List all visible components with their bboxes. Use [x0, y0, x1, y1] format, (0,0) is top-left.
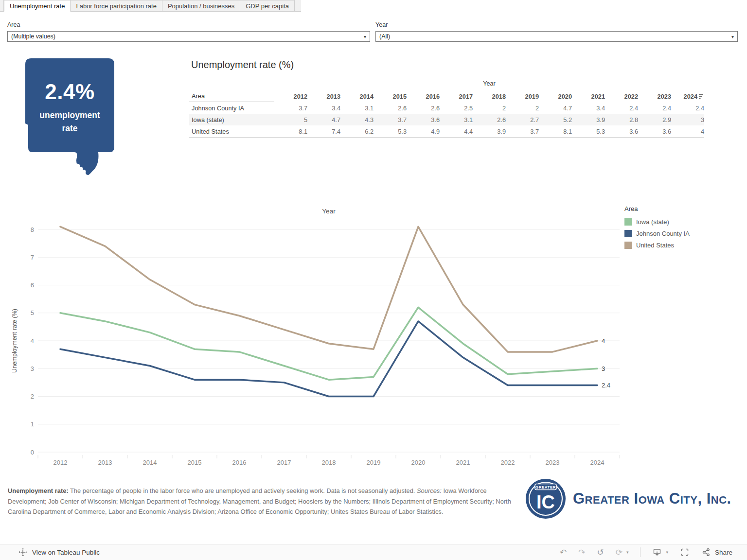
- rate-cell[interactable]: 4.7: [307, 116, 340, 123]
- table-header-year-2017[interactable]: 2017: [440, 93, 473, 100]
- table-header-year-2022[interactable]: 2022: [605, 93, 638, 100]
- table-header-year-2016[interactable]: 2016: [407, 93, 440, 100]
- rate-cell[interactable]: 2.6: [374, 105, 407, 112]
- row-area-label[interactable]: United States: [189, 125, 274, 137]
- x-tick-label: 2023: [546, 459, 560, 466]
- rate-cell[interactable]: 7.4: [307, 128, 340, 135]
- y-axis-title: Unemployment rate (%): [11, 309, 18, 373]
- rate-cell[interactable]: 3.1: [340, 105, 374, 112]
- redo-button[interactable]: ↷: [578, 548, 585, 557]
- rate-cell[interactable]: 3: [671, 116, 704, 123]
- rate-cell[interactable]: 2: [506, 105, 539, 112]
- chevron-down-icon: ▾: [731, 34, 734, 39]
- rate-cell[interactable]: 2.9: [638, 116, 671, 123]
- legend-item-united-states[interactable]: United States: [624, 239, 690, 251]
- refresh-button[interactable]: ⟳: [616, 548, 622, 557]
- tab-unemployment-rate[interactable]: Unemployment rate: [4, 0, 71, 12]
- rate-cell[interactable]: 2.4: [605, 105, 638, 112]
- rate-cell[interactable]: 4.3: [340, 116, 374, 123]
- series-line-johnson-county-ia[interactable]: [60, 321, 597, 397]
- rate-cell[interactable]: 4: [671, 128, 704, 135]
- rate-cell[interactable]: 3.1: [440, 116, 473, 123]
- sort-descending-icon[interactable]: [699, 94, 704, 99]
- table-header-year-2014[interactable]: 2014: [340, 93, 374, 100]
- tab-population-businesses[interactable]: Population / businesses: [162, 0, 240, 12]
- share-label: Share: [715, 549, 732, 556]
- rate-cell[interactable]: 3.7: [374, 116, 407, 123]
- legend-label: Johnson County IA: [636, 230, 690, 237]
- rate-cell[interactable]: 3.4: [307, 105, 340, 112]
- y-tick-label: 7: [31, 254, 34, 261]
- rate-cell[interactable]: 5.3: [374, 128, 407, 135]
- x-tick-label: 2021: [456, 459, 470, 466]
- x-tick-label: 2018: [322, 459, 336, 466]
- year-filter-dropdown[interactable]: (All) ▾: [375, 31, 738, 42]
- row-area-label[interactable]: Iowa (state): [189, 114, 274, 125]
- rate-cell[interactable]: 2.6: [473, 116, 506, 123]
- rate-cell[interactable]: 4.7: [539, 105, 572, 112]
- x-tick-label: 2012: [53, 459, 68, 466]
- rate-cell[interactable]: 2.6: [407, 105, 440, 112]
- rate-cell[interactable]: 3.4: [572, 105, 605, 112]
- tab-labor-force-participation-rate[interactable]: Labor force participation rate: [71, 0, 162, 12]
- x-tick-label: 2017: [277, 459, 291, 466]
- table-header-year-2019[interactable]: 2019: [506, 93, 539, 100]
- legend-item-johnson-county-ia[interactable]: Johnson County IA: [624, 228, 690, 239]
- rate-cell[interactable]: 2.8: [605, 116, 638, 123]
- download-button[interactable]: [652, 547, 662, 557]
- y-tick-label: 3: [31, 365, 34, 372]
- footnote-term: Unemployment rate:: [8, 487, 69, 494]
- year-header-label: 2014: [360, 93, 374, 100]
- rate-cell[interactable]: 2.5: [440, 105, 473, 112]
- row-area-label[interactable]: Johnson County IA: [189, 102, 274, 114]
- rate-cell[interactable]: 2.4: [638, 105, 671, 112]
- fullscreen-button[interactable]: [680, 547, 690, 557]
- table-header-year-2012[interactable]: 2012: [274, 93, 307, 100]
- table-header-year-2018[interactable]: 2018: [473, 93, 506, 100]
- year-header-label: 2022: [624, 93, 638, 100]
- rate-cell[interactable]: 2: [473, 105, 506, 112]
- table-header-year-2021[interactable]: 2021: [572, 93, 605, 100]
- table-header-year-2023[interactable]: 2023: [638, 93, 671, 100]
- refresh-menu-caret[interactable]: ▾: [626, 550, 629, 555]
- year-header-label: 2023: [658, 93, 671, 100]
- rate-cell[interactable]: 3.6: [638, 128, 671, 135]
- rate-cell[interactable]: 3.6: [407, 116, 440, 123]
- rate-cell[interactable]: 3.7: [506, 128, 539, 135]
- table-header-year-2013[interactable]: 2013: [307, 93, 340, 100]
- table-header-year-2024[interactable]: 2024: [671, 93, 704, 100]
- rate-cell[interactable]: 5.2: [539, 116, 572, 123]
- download-menu-caret[interactable]: ▾: [666, 550, 668, 555]
- share-button[interactable]: Share: [701, 547, 732, 557]
- series-line-united-states[interactable]: [60, 227, 597, 352]
- table-header-year-2020[interactable]: 2020: [539, 93, 572, 100]
- legend-item-iowa-state-[interactable]: Iowa (state): [624, 216, 690, 228]
- rate-cell[interactable]: 6.2: [340, 128, 374, 135]
- rate-cell[interactable]: 3.6: [605, 128, 638, 135]
- rate-cell[interactable]: 4.4: [440, 128, 473, 135]
- rate-cell[interactable]: 8.1: [539, 128, 572, 135]
- rate-table-rows: Johnson County IA3.73.43.12.62.62.5224.7…: [189, 102, 704, 138]
- tableau-logo-icon: [18, 548, 27, 557]
- y-tick-label: 5: [31, 309, 34, 316]
- view-on-tableau-public-link[interactable]: View on Tableau Public: [18, 548, 100, 557]
- table-header-year-2015[interactable]: 2015: [374, 93, 407, 100]
- chevron-down-icon: ▾: [364, 34, 366, 39]
- year-header-label: 2016: [426, 93, 440, 100]
- rate-cell[interactable]: 3.9: [473, 128, 506, 135]
- unemployment-line-chart: 0123456782012201320142015201620172018201…: [0, 202, 622, 483]
- tab-gdp-per-capita[interactable]: GDP per capita: [240, 0, 295, 12]
- undo-button[interactable]: ↶: [560, 548, 567, 557]
- footnote-sources-label: Sources:: [417, 487, 442, 494]
- table-header-area[interactable]: Area: [189, 90, 274, 102]
- area-filter-dropdown[interactable]: (Multiple values) ▾: [7, 31, 370, 42]
- reset-button[interactable]: ↺: [597, 548, 604, 557]
- rate-cell[interactable]: 2.7: [506, 116, 539, 123]
- rate-cell[interactable]: 2.4: [671, 105, 704, 112]
- rate-cell[interactable]: 8.1: [274, 128, 307, 135]
- rate-cell[interactable]: 5.3: [572, 128, 605, 135]
- rate-cell[interactable]: 3.9: [572, 116, 605, 123]
- rate-cell[interactable]: 4.9: [407, 128, 440, 135]
- rate-cell[interactable]: 3.7: [274, 105, 307, 112]
- rate-cell[interactable]: 5: [274, 116, 307, 123]
